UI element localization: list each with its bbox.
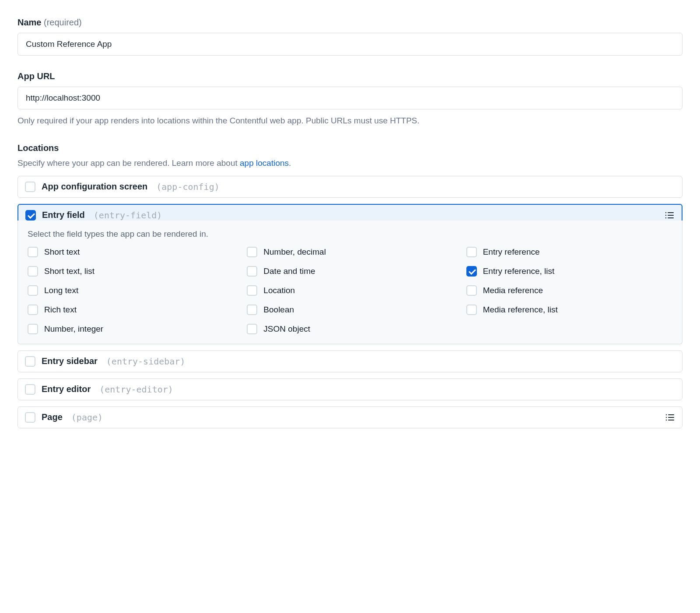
checkbox-short-text[interactable]	[28, 247, 38, 257]
field-type-rich-text[interactable]: Rich text	[28, 305, 234, 315]
field-type-label: Rich text	[44, 305, 77, 315]
name-required: (required)	[44, 18, 82, 27]
checkbox-entry-reference-list[interactable]	[466, 266, 477, 277]
field-type-label: JSON object	[263, 324, 310, 334]
checkbox-boolean[interactable]	[247, 305, 257, 315]
field-type-label: Media reference	[483, 286, 543, 295]
locations-desc: Specify where your app can be rendered. …	[18, 158, 682, 168]
app-locations-link[interactable]: app locations	[240, 158, 289, 168]
field-type-label: Date and time	[263, 266, 315, 276]
location-label: Entry editor	[42, 384, 91, 394]
locations-title: Locations	[18, 143, 682, 153]
name-field-group: Name (required)	[18, 18, 682, 56]
svg-point-6	[666, 414, 667, 415]
app-url-help: Only required if your app renders into l…	[18, 115, 682, 127]
location-label: Page	[42, 412, 63, 422]
app-url-label: App URL	[18, 71, 682, 81]
location-code: (entry-editor)	[99, 384, 173, 395]
field-types-col3: Entry reference Entry reference, list Me…	[466, 247, 672, 334]
checkbox-location[interactable]	[247, 285, 257, 296]
svg-point-2	[665, 217, 666, 218]
field-type-media-reference-list[interactable]: Media reference, list	[466, 305, 672, 315]
field-types-grid: Short text Short text, list Long text Ri…	[28, 247, 672, 334]
location-code: (entry-sidebar)	[106, 356, 186, 367]
field-type-label: Entry reference, list	[483, 266, 555, 276]
field-types-col1: Short text Short text, list Long text Ri…	[28, 247, 234, 334]
field-type-media-reference[interactable]: Media reference	[466, 285, 672, 296]
list-icon	[665, 412, 675, 423]
name-input[interactable]	[18, 33, 682, 56]
location-label: Entry field	[42, 210, 85, 220]
field-type-number-decimal[interactable]: Number, decimal	[247, 247, 453, 257]
checkbox-entry-sidebar[interactable]	[25, 356, 35, 367]
checkbox-number-integer[interactable]	[28, 324, 38, 334]
field-type-location[interactable]: Location	[247, 285, 453, 296]
svg-point-0	[665, 212, 666, 213]
field-types-panel-label: Select the field types the app can be re…	[28, 229, 672, 239]
location-label: Entry sidebar	[42, 356, 98, 366]
locations-section: Locations Specify where your app can be …	[18, 143, 682, 428]
field-type-date-time[interactable]: Date and time	[247, 266, 453, 277]
location-page[interactable]: Page (page)	[18, 406, 682, 428]
location-entry-sidebar[interactable]: Entry sidebar (entry-sidebar)	[18, 350, 682, 372]
location-app-config[interactable]: App configuration screen (app-config)	[18, 176, 682, 198]
list-icon	[664, 210, 675, 221]
location-code: (app-config)	[156, 182, 220, 192]
location-entry-editor[interactable]: Entry editor (entry-editor)	[18, 378, 682, 400]
field-type-label: Long text	[44, 286, 78, 295]
svg-point-8	[666, 419, 667, 420]
checkbox-page[interactable]	[25, 412, 35, 423]
location-label: App configuration screen	[42, 182, 147, 192]
field-type-label: Short text	[44, 247, 80, 257]
location-code: (entry-field)	[94, 210, 162, 221]
field-type-label: Location	[263, 286, 295, 295]
field-type-label: Entry reference	[483, 247, 540, 257]
checkbox-number-decimal[interactable]	[247, 247, 257, 257]
checkbox-entry-reference[interactable]	[466, 247, 477, 257]
field-type-json-object[interactable]: JSON object	[247, 324, 453, 334]
checkbox-media-reference[interactable]	[466, 285, 477, 296]
location-code: (page)	[71, 412, 103, 423]
field-type-long-text[interactable]: Long text	[28, 285, 234, 296]
checkbox-entry-field[interactable]	[25, 210, 36, 221]
checkbox-json-object[interactable]	[247, 324, 257, 334]
field-type-label: Number, integer	[44, 324, 103, 334]
svg-point-1	[665, 214, 666, 215]
field-type-boolean[interactable]: Boolean	[247, 305, 453, 315]
checkbox-rich-text[interactable]	[28, 305, 38, 315]
field-types-col2: Number, decimal Date and time Location B…	[247, 247, 453, 334]
field-type-label: Media reference, list	[483, 305, 558, 315]
checkbox-media-reference-list[interactable]	[466, 305, 477, 315]
field-type-label: Number, decimal	[263, 247, 326, 257]
name-label-text: Name	[18, 18, 41, 27]
checkbox-app-config[interactable]	[25, 182, 35, 192]
field-type-entry-reference-list[interactable]: Entry reference, list	[466, 266, 672, 277]
locations-desc-prefix: Specify where your app can be rendered. …	[18, 158, 240, 168]
checkbox-short-text-list[interactable]	[28, 266, 38, 277]
name-label: Name (required)	[18, 18, 682, 28]
field-type-entry-reference[interactable]: Entry reference	[466, 247, 672, 257]
field-type-label: Short text, list	[44, 266, 94, 276]
app-url-field-group: App URL Only required if your app render…	[18, 71, 682, 127]
field-type-label: Boolean	[263, 305, 294, 315]
app-url-input[interactable]	[18, 87, 682, 109]
field-type-number-integer[interactable]: Number, integer	[28, 324, 234, 334]
svg-point-7	[666, 417, 667, 417]
checkbox-long-text[interactable]	[28, 285, 38, 296]
locations-desc-suffix: .	[289, 158, 291, 168]
field-type-short-text[interactable]: Short text	[28, 247, 234, 257]
checkbox-entry-editor[interactable]	[25, 384, 35, 395]
field-types-panel: Select the field types the app can be re…	[18, 221, 682, 344]
checkbox-date-time[interactable]	[247, 266, 257, 277]
field-type-short-text-list[interactable]: Short text, list	[28, 266, 234, 277]
